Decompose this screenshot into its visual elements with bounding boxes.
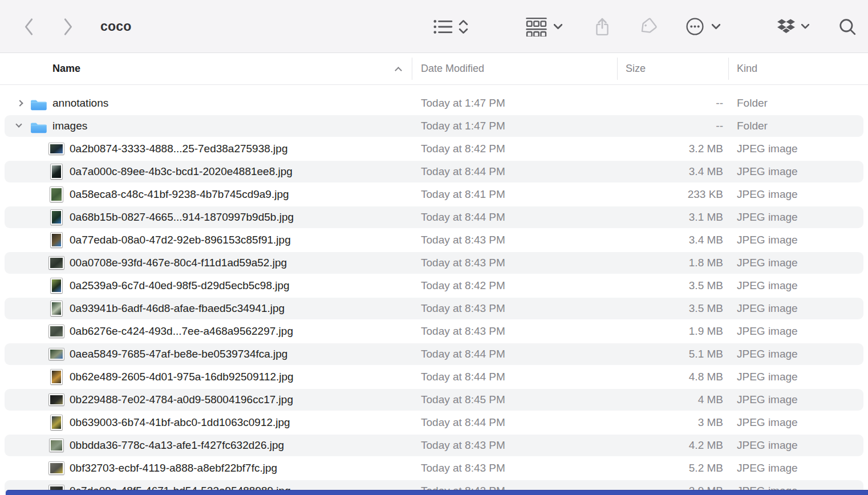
column-divider[interactable]	[728, 58, 729, 80]
file-icon	[48, 232, 65, 248]
name-cell: 0a7a000c-89ee-4b3c-bcd1-2020e4881ee8.jpg	[0, 160, 412, 183]
file-name: 0ab6276e-c424-493d...7ee-a468a9562297.jp…	[70, 320, 293, 343]
kind-cell: Folder	[737, 92, 768, 115]
table-row[interactable]: 0a2b0874-3333-4888...25-7ed38a275938.jpg…	[0, 137, 868, 160]
share-button[interactable]	[594, 0, 610, 53]
group-by-icon	[526, 17, 547, 36]
disclosure-chevron-icon[interactable]	[15, 121, 22, 127]
tag-icon	[639, 18, 657, 36]
table-row[interactable]: 0b639003-6b74-41bf-abc0-1dd1063c0912.jpg…	[0, 411, 868, 434]
name-cell: 0bbdda36-778c-4a13-afe1-f427fc632d26.jpg	[0, 434, 412, 457]
table-row[interactable]: 0b229488-7e02-4784-a0d9-58004196cc17.jpg…	[0, 388, 868, 411]
forward-button[interactable]	[62, 0, 74, 53]
more-actions-button[interactable]	[686, 0, 720, 53]
table-row[interactable]: 0ab6276e-c424-493d...7ee-a468a9562297.jp…	[0, 320, 868, 343]
file-name: 0a77edab-08a0-47d2-92eb-896153c85f91.jpg	[70, 229, 291, 251]
size-cell: 3.5 MB	[617, 274, 723, 297]
file-name: images	[52, 115, 87, 137]
name-cell: 0b229488-7e02-4784-a0d9-58004196cc17.jpg	[0, 388, 412, 411]
date-modified-cell: Today at 8:44 PM	[421, 343, 505, 366]
file-name: 00a0708e-93fd-467e-80c4-f11d1ad59a52.jpg	[70, 251, 287, 274]
table-row[interactable]: 0a58eca8-c48c-41bf-9238-4b7b745cd9a9.jpg…	[0, 183, 868, 206]
image-thumbnail	[51, 233, 62, 248]
table-row[interactable]: 0a2539a9-6c7d-40ed-98f5-d29d5ecb5c98.jpg…	[0, 274, 868, 297]
image-thumbnail	[49, 462, 64, 474]
image-thumbnail	[51, 301, 62, 316]
column-header-size[interactable]: Size	[626, 53, 646, 84]
file-icon	[48, 415, 65, 431]
kind-cell: JPEG image	[737, 183, 798, 206]
image-thumbnail	[51, 164, 62, 179]
column-divider[interactable]	[617, 58, 618, 80]
column-header-date-modified[interactable]: Date Modified	[421, 53, 484, 84]
table-row[interactable]: annotations Today at 1:47 PM -- Folder	[0, 92, 868, 115]
kind-cell: JPEG image	[737, 274, 798, 297]
file-name: 0b62e489-2605-4d01-975a-16db92509112.jpg	[70, 366, 294, 388]
file-icon	[48, 164, 65, 180]
image-thumbnail	[49, 257, 64, 269]
view-mode-button[interactable]	[433, 0, 468, 53]
file-icon	[48, 437, 65, 453]
size-cell: --	[617, 92, 723, 115]
column-divider[interactable]	[412, 58, 412, 80]
background-window-edge	[6, 490, 868, 495]
size-cell: 3.4 MB	[617, 160, 723, 183]
dropbox-button[interactable]	[777, 0, 809, 53]
file-name: 0a68b15b-0827-4665...914-1870997b9d5b.jp…	[70, 206, 294, 229]
size-cell: 1.9 MB	[617, 320, 723, 343]
file-name: 0a93941b-6adf-46d8-afae-fbaed5c34941.jpg	[70, 297, 285, 320]
date-modified-cell: Today at 8:43 PM	[421, 229, 505, 251]
file-icon	[48, 255, 65, 271]
list-view-icon	[433, 19, 453, 35]
size-cell: 3.5 MB	[617, 297, 723, 320]
tag-button[interactable]	[639, 0, 657, 53]
share-icon	[594, 17, 610, 36]
table-row[interactable]: 0a7a000c-89ee-4b3c-bcd1-2020e4881ee8.jpg…	[0, 160, 868, 183]
more-ellipsis-icon	[686, 17, 704, 36]
column-header-name[interactable]: Name	[52, 53, 80, 84]
search-button[interactable]	[838, 0, 857, 53]
kind-cell: JPEG image	[737, 320, 798, 343]
name-cell: 0b639003-6b74-41bf-abc0-1dd1063c0912.jpg	[0, 411, 412, 434]
date-modified-cell: Today at 8:45 PM	[421, 388, 505, 411]
table-row[interactable]: 0bbdda36-778c-4a13-afe1-f427fc632d26.jpg…	[0, 434, 868, 457]
size-cell: 3.2 MB	[617, 137, 723, 160]
image-thumbnail	[51, 370, 62, 384]
name-cell: 0aea5849-7685-47af-be8e-be0539734fca.jpg	[0, 343, 412, 366]
image-thumbnail	[51, 210, 62, 225]
table-row[interactable]: 0a93941b-6adf-46d8-afae-fbaed5c34941.jpg…	[0, 297, 868, 320]
back-button[interactable]	[23, 0, 35, 53]
list-column-header: Name Date Modified Size Kind	[0, 53, 868, 85]
size-cell: 3.1 MB	[617, 206, 723, 229]
group-by-button[interactable]	[526, 0, 562, 53]
date-modified-cell: Today at 8:41 PM	[421, 183, 505, 206]
image-thumbnail	[51, 415, 62, 430]
file-name: 0bf32703-ecbf-4119-a888-a8ebf22bf7fc.jpg	[70, 457, 277, 480]
column-header-kind[interactable]: Kind	[737, 53, 757, 84]
date-modified-cell: Today at 8:42 PM	[421, 137, 505, 160]
kind-cell: Folder	[737, 115, 768, 137]
file-icon	[48, 186, 65, 202]
file-icon	[48, 369, 65, 385]
table-row[interactable]: images Today at 1:47 PM -- Folder	[0, 115, 868, 137]
size-cell: 4.2 MB	[617, 434, 723, 457]
image-thumbnail	[49, 348, 64, 360]
table-row[interactable]: 00a0708e-93fd-467e-80c4-f11d1ad59a52.jpg…	[0, 251, 868, 274]
table-row[interactable]: 0b62e489-2605-4d01-975a-16db92509112.jpg…	[0, 366, 868, 388]
chevron-down-icon	[712, 24, 720, 30]
view-sort-chevrons-icon	[459, 19, 468, 35]
file-icon	[48, 141, 65, 157]
table-row[interactable]: 0aea5849-7685-47af-be8e-be0539734fca.jpg…	[0, 343, 868, 366]
name-cell: 0a2539a9-6c7d-40ed-98f5-d29d5ecb5c98.jpg	[0, 274, 412, 297]
kind-cell: JPEG image	[737, 229, 798, 251]
table-row[interactable]: 0bf32703-ecbf-4119-a888-a8ebf22bf7fc.jpg…	[0, 457, 868, 480]
disclosure-chevron-icon[interactable]	[17, 100, 23, 106]
table-row[interactable]: 0a77edab-08a0-47d2-92eb-896153c85f91.jpg…	[0, 229, 868, 251]
table-row[interactable]: 0a68b15b-0827-4665...914-1870997b9d5b.jp…	[0, 206, 868, 229]
image-thumbnail	[50, 439, 63, 452]
file-name: 0b229488-7e02-4784-a0d9-58004196cc17.jpg	[70, 388, 293, 411]
file-name: 0a58eca8-c48c-41bf-9238-4b7b745cd9a9.jpg	[70, 183, 289, 206]
file-name: 0aea5849-7685-47af-be8e-be0539734fca.jpg	[70, 343, 287, 366]
date-modified-cell: Today at 1:47 PM	[421, 115, 505, 137]
folder-icon	[30, 98, 47, 111]
